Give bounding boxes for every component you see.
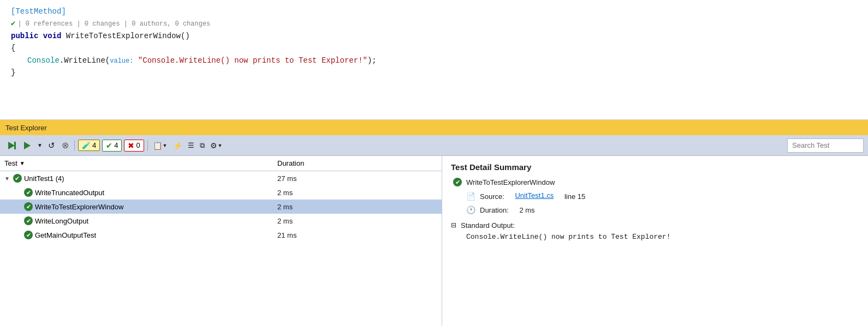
table-row[interactable]: ✔ WriteTruncatedOutput 2 ms: [0, 185, 442, 200]
table-row[interactable]: ✔ WriteToTestExplorerWindow 2 ms: [0, 200, 442, 214]
playlist-dropdown-arrow: ▼: [163, 143, 168, 148]
detail-source-label: Source:: [480, 191, 504, 202]
sort-arrow-icon: ▼: [20, 160, 25, 166]
code-value-param: value:: [110, 56, 133, 67]
copy-icon: ⧉: [200, 141, 205, 150]
code-references: | 0 references | 0 changes | 0 authors, …: [17, 19, 210, 29]
code-string-value: "Console.WriteLine() now prints to Test …: [138, 55, 367, 67]
toolbar-separator-2: [147, 140, 148, 151]
test-duration-value: 27 ms: [277, 174, 296, 183]
test-duration-cell: 2 ms: [273, 216, 355, 226]
test-explorer-title: Test Explorer: [5, 124, 47, 132]
detail-panel: Test Detail Summary ✔ WriteToTestExplore…: [442, 156, 868, 326]
code-kw-void: void: [43, 30, 62, 42]
code-check-icon: ✔: [11, 17, 15, 29]
test-name-label: GetMainOutputTest: [35, 231, 96, 239]
detail-title: Test Detail Summary: [451, 162, 859, 172]
pass-status-icon: ✔: [24, 231, 33, 239]
group-by-button[interactable]: ☰: [186, 140, 196, 150]
run-dropdown-arrow: ▼: [37, 142, 43, 148]
test-list-panel: Test ▼ Duration ▼ ✔ UnitTest1 (4): [0, 156, 442, 326]
code-line-3: public void WriteToTestExplorerWindow (): [11, 30, 857, 42]
source-file-icon: 📄: [466, 192, 475, 201]
detail-duration-value: 2 ms: [519, 205, 534, 216]
source-link[interactable]: UnitTest1.cs: [515, 191, 554, 200]
detail-duration-row: 🕐 Duration: 2 ms: [451, 205, 859, 216]
group-icon: ☰: [188, 141, 194, 149]
test-name-label: WriteLongOutput: [35, 217, 88, 225]
code-line-2: ✔ | 0 references | 0 changes | 0 authors…: [11, 17, 857, 29]
pass-check-icon: ✔: [106, 141, 112, 150]
test-name-cell: ✔ WriteLongOutput: [0, 215, 273, 226]
code-kw-public: public: [11, 30, 38, 42]
pass-status-icon: ✔: [24, 216, 33, 225]
refresh-button[interactable]: ↺: [46, 140, 57, 152]
svg-rect-1: [14, 142, 16, 149]
all-tests-badge[interactable]: 🧪 4: [78, 140, 100, 151]
code-console-class: Console: [27, 55, 60, 67]
test-column-header[interactable]: Test ▼: [0, 158, 273, 168]
run-button[interactable]: [21, 140, 34, 151]
test-name-label: WriteToTestExplorerWindow: [35, 203, 123, 211]
pass-status-icon: ✔: [13, 174, 22, 183]
code-brace-open: {: [11, 42, 15, 54]
collapse-triangle-icon[interactable]: ▼: [4, 176, 10, 182]
collapse-output-icon[interactable]: ⊟: [451, 221, 456, 229]
code-method-name: WriteToTestExplorerWindow: [66, 30, 181, 42]
output-label: Standard Output:: [461, 220, 515, 231]
test-duration-cell: 2 ms: [273, 188, 355, 198]
settings-dropdown-arrow: ▼: [218, 143, 223, 148]
table-row[interactable]: ✔ WriteLongOutput 2 ms: [0, 214, 442, 228]
fail-count: 0: [136, 141, 140, 149]
search-input[interactable]: [787, 138, 864, 153]
test-name-label: UnitTest1 (4): [24, 174, 64, 183]
test-explorer-title-bar: Test Explorer: [0, 120, 868, 135]
table-row[interactable]: ✔ GetMainOutputTest 21 ms: [0, 228, 442, 242]
playlist-button[interactable]: 📋 ▼: [151, 140, 169, 151]
pass-status-icon: ✔: [24, 188, 33, 197]
run-all-button[interactable]: [4, 140, 19, 152]
duration-column-header: Duration: [273, 158, 355, 168]
test-duration-value: 2 ms: [277, 203, 293, 211]
code-line-1: [TestMethod]: [11, 5, 857, 17]
code-line-4: {: [11, 42, 857, 54]
code-writeline-method: .WriteLine(: [60, 55, 110, 67]
code-bracket: [TestMethod]: [11, 5, 66, 17]
flask-icon: 🧪: [82, 141, 91, 149]
test-name-cell: ✔ GetMainOutputTest: [0, 230, 273, 240]
toolbar-separator-1: [74, 140, 75, 151]
code-line-5: Console .WriteLine( value: "Console.Writ…: [11, 55, 857, 67]
code-editor: [TestMethod] ✔ | 0 references | 0 change…: [0, 0, 868, 120]
output-text: Console.WriteLine() now prints to Test E…: [451, 233, 859, 241]
test-explorer-panel: Test Explorer ▼ ↺ ⊗: [0, 120, 868, 326]
code-line-end: );: [367, 55, 377, 67]
run-dropdown-button[interactable]: ▼: [36, 141, 44, 149]
run-failed-button[interactable]: ⚡: [171, 140, 184, 151]
lightning-icon: ⚡: [173, 141, 182, 150]
test-main-area: Test ▼ Duration ▼ ✔ UnitTest1 (4): [0, 156, 868, 326]
test-name-label: WriteTruncatedOutput: [35, 189, 104, 197]
table-row[interactable]: ▼ ✔ UnitTest1 (4) 27 ms: [0, 171, 442, 185]
cancel-button[interactable]: ⊗: [60, 139, 71, 152]
test-duration-cell: 21 ms: [273, 230, 355, 240]
code-parens: (): [181, 30, 190, 42]
passed-tests-badge[interactable]: ✔ 4: [102, 140, 122, 152]
test-rows-container: ▼ ✔ UnitTest1 (4) 27 ms ✔ WriteTruncated…: [0, 171, 442, 326]
test-duration-value: 2 ms: [277, 217, 293, 225]
gear-icon: ⚙: [210, 141, 217, 150]
test-name-cell: ✔ WriteToTestExplorerWindow: [0, 201, 273, 212]
failed-tests-badge[interactable]: ✖ 0: [124, 140, 144, 152]
detail-duration-label: Duration:: [480, 205, 509, 216]
detail-test-name-row: ✔ WriteToTestExplorerWindow: [451, 177, 859, 188]
copy-button[interactable]: ⧉: [198, 140, 206, 151]
pass-status-icon: ✔: [24, 202, 33, 211]
all-tests-count: 4: [92, 141, 96, 149]
svg-marker-2: [24, 142, 31, 149]
pass-count: 4: [114, 141, 118, 149]
test-list-header: Test ▼ Duration: [0, 156, 442, 171]
svg-marker-0: [8, 142, 15, 149]
duration-col-label: Duration: [277, 159, 304, 167]
settings-button[interactable]: ⚙ ▼: [209, 140, 224, 151]
output-header: ⊟ Standard Output:: [451, 220, 859, 231]
cancel-icon: ⊗: [62, 140, 69, 150]
